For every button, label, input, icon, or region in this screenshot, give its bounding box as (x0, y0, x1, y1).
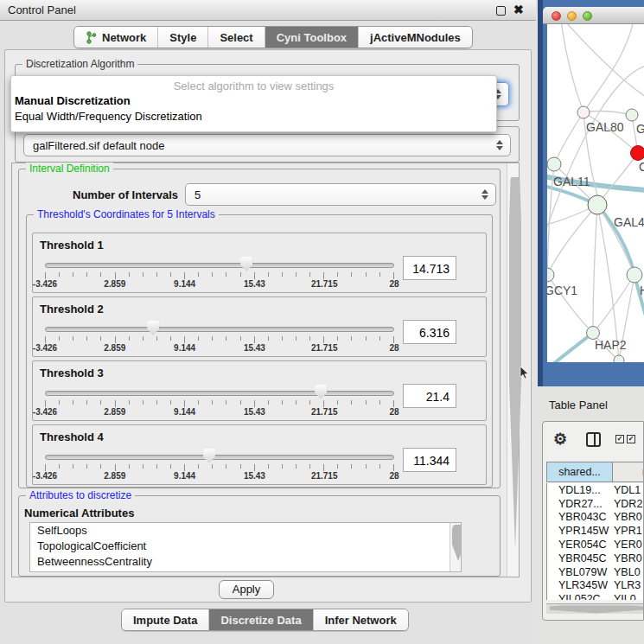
slider-thumb[interactable] (147, 321, 159, 335)
threshold-slider[interactable]: -3.4262.8599.14415.4321.71528 (45, 297, 394, 358)
attributes-list-scrollbar[interactable] (450, 523, 461, 571)
table-row[interactable]: YBR043CYBR0 (547, 511, 643, 525)
popup-item-equal-width-frequency[interactable]: Equal Width/Frequency Discretization (11, 108, 496, 124)
slider-track[interactable] (45, 391, 394, 396)
tab-impute-data[interactable]: Impute Data (122, 609, 208, 630)
slider-tick-labels: -3.4262.8599.14415.4321.71528 (45, 279, 394, 290)
table-row[interactable]: YIL052CYIL0 (547, 592, 643, 600)
number-of-intervals-value: 5 (194, 188, 201, 201)
network-view-window: GAL80 GA C GAL11 GAL4 GCY1 H HAP2 (538, 0, 644, 386)
control-panel-titlebar: Control Panel ✖ (0, 0, 536, 21)
table-row[interactable]: YBL079WYBL0 (547, 565, 643, 579)
close-traffic-light-icon[interactable] (552, 11, 561, 21)
checkbox-icon[interactable]: ✓ (627, 435, 635, 443)
network-canvas[interactable]: GAL80 GA C GAL11 GAL4 GCY1 H HAP2 (547, 24, 644, 362)
columns-icon[interactable] (586, 432, 601, 447)
tab-impute-data-label: Impute Data (133, 614, 197, 627)
apply-button-label: Apply (233, 583, 261, 596)
settings-scroll-area: Interval Definition Number of Intervals … (11, 163, 520, 577)
table-row[interactable]: YBR045CYBR0 (547, 552, 643, 565)
slider-ticks (45, 400, 394, 407)
tab-style[interactable]: Style (157, 27, 207, 48)
slider-ticks (45, 272, 394, 279)
tab-infer-network[interactable]: Infer Network (313, 609, 408, 630)
slider-thumb[interactable] (240, 257, 252, 271)
node-label-c[interactable]: C (639, 160, 644, 174)
table-data-value: galFiltered.sif default node (33, 139, 164, 152)
table-row[interactable]: YER054CYER0 (547, 538, 643, 552)
tab-network[interactable]: Network (74, 27, 157, 48)
combo-arrows-icon (496, 140, 503, 150)
table-toolbar: ⚙ ✓ ✓ (543, 422, 643, 460)
slider-tick-labels: -3.4262.8599.14415.4321.71528 (45, 471, 394, 481)
control-panel-window: Control Panel ✖ Network Style Select Cyn… (0, 0, 536, 644)
slider-track[interactable] (45, 455, 394, 460)
slider-ticks (45, 336, 394, 343)
tab-jactivemnodules-label: jActiveMNodules (370, 31, 461, 44)
checkbox-icon[interactable]: ✓ (615, 435, 624, 443)
popup-placeholder[interactable]: Select algorithm to view settings (11, 76, 496, 92)
slider-thumb[interactable] (203, 449, 215, 463)
tab-discretize-data-label: Discretize Data (220, 614, 301, 627)
threshold-slider[interactable]: -3.4262.8599.14415.4321.71528 (45, 361, 394, 422)
list-item-betweennesscentrality[interactable]: BetweennessCentrality (30, 554, 461, 570)
minimize-traffic-light-icon[interactable] (567, 11, 577, 21)
node-label-gal4[interactable]: GAL4 (614, 215, 644, 229)
node-label-hap2[interactable]: HAP2 (595, 338, 627, 352)
gear-icon[interactable]: ⚙ (553, 430, 567, 449)
table-rows: YDL19...YDL1YDR27...YDR2YBR043CYBR0YPR14… (546, 483, 643, 600)
node-label-gal80[interactable]: GAL80 (586, 120, 624, 134)
control-panel-tabs: Network Style Select Cyni Toolbox jActiv… (73, 26, 473, 48)
threshold-panel: Threshold 4 -3.4262.8599.14415.4321.7152… (32, 424, 487, 485)
settings-vertical-scrollbar[interactable] (507, 163, 519, 577)
node-label-ga[interactable]: GA (636, 122, 644, 136)
table-row[interactable]: YLR345WYLR3 (547, 579, 643, 593)
number-of-intervals-label: Number of Intervals (73, 188, 178, 201)
table-header-row: shared... n (546, 462, 643, 482)
combo-arrows-icon (481, 189, 488, 200)
tab-network-label: Network (102, 31, 146, 44)
list-item-topologicalcoefficient[interactable]: TopologicalCoefficient (30, 539, 461, 554)
number-of-intervals-combobox[interactable]: 5 (185, 183, 496, 206)
list-item-selfloops[interactable]: SelfLoops (30, 523, 461, 539)
close-icon[interactable]: ✖ (513, 3, 524, 16)
column-header-shared[interactable]: shared... (546, 462, 613, 481)
node-label-h[interactable]: H (640, 284, 644, 297)
node-label-gal11[interactable]: GAL11 (553, 175, 590, 188)
threshold-panel: Threshold 3 -3.4262.8599.14415.4321.7152… (32, 360, 487, 421)
column-header-name[interactable]: n (613, 462, 643, 481)
attributes-to-discretize-group: Attributes to discretize Numerical Attri… (18, 495, 501, 577)
interval-definition-title: Interval Definition (26, 163, 113, 175)
numerical-attributes-list: SelfLoops TopologicalCoefficient Between… (29, 522, 462, 572)
slider-track[interactable] (45, 327, 394, 332)
slider-track[interactable] (45, 263, 394, 268)
interval-definition-group: Interval Definition Number of Intervals … (18, 169, 501, 488)
tab-infer-network-label: Infer Network (325, 614, 397, 627)
table-row[interactable]: YDL19...YDL1 (547, 483, 643, 497)
tab-discretize-data[interactable]: Discretize Data (208, 609, 312, 630)
threshold-value-field[interactable]: 21.4 (403, 384, 456, 408)
float-window-icon[interactable] (496, 6, 506, 16)
node-label-gcy1[interactable]: GCY1 (547, 284, 577, 297)
table-data-combobox[interactable]: galFiltered.sif default node (23, 134, 511, 156)
threshold-value-field[interactable]: 6.316 (403, 320, 456, 344)
table-panel-title: Table Panel (549, 399, 608, 411)
tab-jactivemnodules[interactable]: jActiveMNodules (358, 27, 472, 48)
tab-select[interactable]: Select (207, 27, 264, 48)
zoom-traffic-light-icon[interactable] (583, 11, 592, 21)
threshold-slider[interactable]: -3.4262.8599.14415.4321.71528 (45, 425, 394, 486)
table-row[interactable]: YPR145WYPR1 (547, 524, 643, 538)
right-section: GAL80 GA C GAL11 GAL4 GCY1 H HAP2 Table … (536, 0, 644, 644)
column-header-name-label: n (642, 466, 643, 478)
popup-item-manual-discretization[interactable]: Manual Discretization (11, 92, 496, 108)
threshold-slider[interactable]: -3.4262.8599.14415.4321.71528 (45, 233, 394, 294)
threshold-value-field[interactable]: 14.713 (403, 256, 456, 280)
table-horizontal-scrollbar[interactable] (546, 603, 643, 614)
slider-thumb[interactable] (315, 385, 327, 399)
slider-ticks (45, 464, 394, 471)
threshold-value-field[interactable]: 11.344 (403, 448, 456, 472)
window-title: Control Panel (8, 3, 76, 16)
tab-cyni-toolbox[interactable]: Cyni Toolbox (265, 27, 358, 48)
table-row[interactable]: YDR27...YDR2 (547, 497, 643, 511)
apply-button[interactable]: Apply (219, 580, 274, 599)
